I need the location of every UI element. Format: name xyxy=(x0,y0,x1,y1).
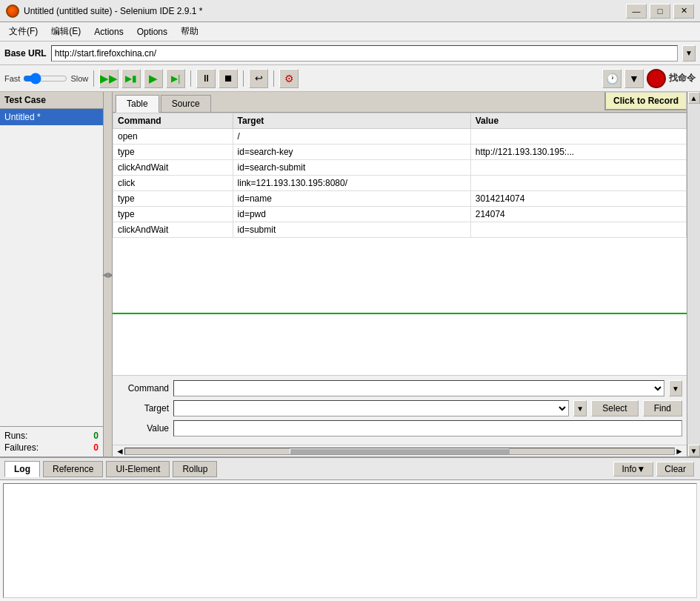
v-scroll-track[interactable] xyxy=(687,104,700,445)
base-url-bar: Base URL ▼ xyxy=(0,41,700,65)
table-row[interactable]: clickAndWaitid=search-submit xyxy=(113,160,687,176)
menu-actions[interactable]: Actions xyxy=(88,25,129,39)
command-table-wrapper: Command Target Value open/typeid=search-… xyxy=(113,113,687,375)
h-scroll-thumb[interactable] xyxy=(290,448,509,454)
info-button[interactable]: Info▼ xyxy=(613,462,653,477)
failures-label: Failures: xyxy=(4,442,39,453)
speed-slider[interactable] xyxy=(23,73,67,84)
log-tab-ui-element[interactable]: UI-Element xyxy=(106,461,170,477)
h-scroll-bar[interactable] xyxy=(124,448,675,455)
clock-button[interactable]: 🕐 xyxy=(602,69,621,88)
col-header-command: Command xyxy=(113,113,233,129)
menu-options[interactable]: Options xyxy=(131,25,173,39)
speed-slow-label: Slow xyxy=(70,74,88,83)
chinese-label: 找命令 xyxy=(669,72,696,84)
main-area: Test Case Untitled * Runs: 0 Failures: 0… xyxy=(0,92,700,456)
panel-resizer[interactable]: ◀▶ xyxy=(104,92,113,456)
command-dropdown[interactable]: ▼ xyxy=(669,380,682,396)
failures-value: 0 xyxy=(93,442,99,453)
bottom-panel: Log Reference UI-Element Rollup Info▼ Cl… xyxy=(0,456,700,601)
table-row[interactable]: open/ xyxy=(113,129,687,145)
v-scroll-up[interactable]: ▲ xyxy=(688,92,700,104)
log-tab-rollup[interactable]: Rollup xyxy=(173,461,217,477)
target-input[interactable] xyxy=(173,400,569,416)
test-case-item[interactable]: Untitled * xyxy=(0,109,103,125)
play-step-icon: ▶| xyxy=(171,73,180,84)
h-scroll-left[interactable]: ◄ xyxy=(116,446,124,456)
target-row: Target ▼ Select Find xyxy=(117,400,682,416)
value-row: Value xyxy=(117,420,682,436)
command-row: Command ▼ xyxy=(117,380,682,396)
window-title: Untitled (untitled suite) - Selenium IDE… xyxy=(24,6,202,16)
log-tab-reference[interactable]: Reference xyxy=(43,461,103,477)
base-url-input[interactable] xyxy=(51,45,678,62)
clear-button[interactable]: Clear xyxy=(656,462,694,477)
selenium-icon: ⚙ xyxy=(284,73,294,84)
toolbar-separator-4 xyxy=(273,70,274,87)
target-dropdown[interactable]: ▼ xyxy=(573,400,587,416)
table-row[interactable]: clickAndWaitid=submit xyxy=(113,222,687,238)
command-select[interactable] xyxy=(173,380,664,396)
command-label: Command xyxy=(117,383,169,394)
maximize-button[interactable]: □ xyxy=(650,4,670,19)
select-button[interactable]: Select xyxy=(591,400,638,416)
click-to-record-badge[interactable]: Click to Record xyxy=(604,92,687,110)
menu-help[interactable]: 帮助 xyxy=(175,24,204,39)
play-suite-icon-btn[interactable]: ▶▮ xyxy=(121,69,141,88)
play-all-button[interactable]: ▶▶ xyxy=(99,69,119,88)
play-step-button[interactable]: ▶| xyxy=(166,69,185,88)
play-all-icon: ▶▶ xyxy=(100,72,118,85)
play-suite-icon: ▶▮ xyxy=(125,73,137,84)
value-label: Value xyxy=(117,423,169,434)
h-scroll-area: ◄ ► xyxy=(113,445,687,456)
play-test-button[interactable]: ▶ xyxy=(144,69,163,88)
selenium-icon-btn[interactable]: ⚙ xyxy=(279,69,299,88)
stop-button[interactable]: ⏹ xyxy=(219,69,238,88)
history-dropdown[interactable]: ▼ xyxy=(624,69,644,88)
log-tab-bar: Log Reference UI-Element Rollup Info▼ Cl… xyxy=(0,458,700,480)
value-input[interactable] xyxy=(173,420,682,436)
record-button[interactable] xyxy=(647,69,666,88)
find-button[interactable]: Find xyxy=(643,400,682,416)
close-button[interactable]: ✕ xyxy=(673,4,694,19)
rollback-button[interactable]: ↩ xyxy=(249,69,268,88)
tab-table[interactable]: Table xyxy=(116,95,159,113)
clock-icon: 🕐 xyxy=(606,73,619,84)
toolbar: Fast Slow ▶▶ ▶▮ ▶ ▶| ⏸ ⏹ ↩ ⚙ 🕐 ▼ 找命令 xyxy=(0,65,700,92)
left-panel: Test Case Untitled * Runs: 0 Failures: 0 xyxy=(0,92,104,456)
command-table-scroll[interactable]: Command Target Value open/typeid=search-… xyxy=(113,113,687,313)
table-row[interactable]: typeid=name3014214074 xyxy=(113,191,687,207)
col-header-target: Target xyxy=(233,113,470,129)
base-url-dropdown[interactable]: ▼ xyxy=(682,45,696,62)
h-scroll-right[interactable]: ► xyxy=(675,446,684,456)
tab-bar: Table Source xyxy=(113,92,687,113)
minimize-button[interactable]: — xyxy=(626,4,647,19)
command-table: Command Target Value open/typeid=search-… xyxy=(113,113,687,238)
menu-edit[interactable]: 编辑(E) xyxy=(45,24,87,39)
speed-fast-label: Fast xyxy=(4,74,20,83)
table-row[interactable]: clicklink=121.193.130.195:8080/ xyxy=(113,176,687,191)
pause-icon: ⏸ xyxy=(201,73,211,84)
pause-button[interactable]: ⏸ xyxy=(196,69,216,88)
new-row-area[interactable] xyxy=(113,313,687,332)
menu-file[interactable]: 文件(F) xyxy=(3,24,44,39)
log-tab-log[interactable]: Log xyxy=(4,461,40,477)
v-scroll-down[interactable]: ▼ xyxy=(688,445,700,456)
stop-icon: ⏹ xyxy=(224,73,233,84)
col-header-value: Value xyxy=(470,113,686,129)
rollback-icon: ↩ xyxy=(255,73,263,84)
test-case-header: Test Case xyxy=(0,92,103,109)
table-row[interactable]: typeid=pwd214074 xyxy=(113,207,687,222)
firefox-icon xyxy=(6,4,19,18)
log-content xyxy=(3,483,697,598)
tab-source[interactable]: Source xyxy=(161,95,211,112)
toolbar-separator-2 xyxy=(190,70,191,87)
form-area: Command ▼ Target ▼ Select Find Value xyxy=(113,375,687,445)
menu-bar: 文件(F) 编辑(E) Actions Options 帮助 xyxy=(0,22,700,41)
dropdown-arrow-icon: ▼ xyxy=(629,73,639,84)
run-stats: Runs: 0 Failures: 0 xyxy=(0,426,103,456)
table-row[interactable]: typeid=search-keyhttp://121.193.130.195:… xyxy=(113,145,687,160)
runs-label: Runs: xyxy=(4,431,27,441)
target-label: Target xyxy=(117,403,169,414)
toolbar-separator-3 xyxy=(243,70,244,87)
